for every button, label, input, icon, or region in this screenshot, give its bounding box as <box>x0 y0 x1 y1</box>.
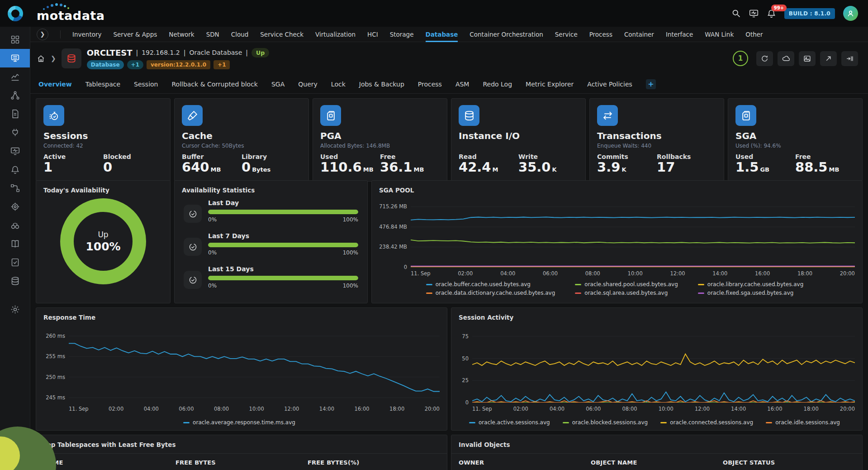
sidebar-item-discovery[interactable] <box>0 197 30 216</box>
top-header: motadata 99+ BUILD : 8.1.0 <box>30 0 868 27</box>
home-icon[interactable] <box>37 54 45 63</box>
sidebar-item-console[interactable] <box>0 142 30 160</box>
search-icon[interactable] <box>731 9 741 18</box>
tab-query[interactable]: Query <box>298 81 318 88</box>
notifications-bell-icon[interactable]: 99+ <box>767 9 776 18</box>
nav-item-cloud[interactable]: Cloud <box>231 27 249 42</box>
sidebar-item-flow[interactable] <box>0 179 30 197</box>
invalid-objects-table-panel: Invalid Objects OWNER OBJECT NAME OBJECT… <box>451 435 863 470</box>
metric-value: 110.6 <box>320 159 362 175</box>
sidebar-item-reports[interactable] <box>0 235 30 253</box>
nav-item-server-apps[interactable]: Server & Apps <box>113 27 157 42</box>
console-monitor-icon[interactable] <box>749 9 759 18</box>
card-title: Sessions <box>43 130 163 141</box>
tab-overview[interactable]: Overview <box>38 81 72 88</box>
card-subtitle <box>459 143 578 149</box>
nav-item-container-orchestration[interactable]: Container Orchestration <box>470 27 543 42</box>
nav-item-wan-link[interactable]: WAN Link <box>705 27 734 42</box>
tab-jobs-backup[interactable]: Jobs & Backup <box>359 81 404 88</box>
cloud-button[interactable] <box>778 51 794 66</box>
sidebar-item-integrations[interactable] <box>0 123 30 142</box>
bar-label: Last 7 Days <box>208 232 358 240</box>
sidebar-item-infrastructure[interactable] <box>0 49 30 67</box>
nav-item-hci[interactable]: HCI <box>367 27 378 42</box>
nav-item-process[interactable]: Process <box>589 27 612 42</box>
legend-item[interactable]: oracle.active.sessions.avg <box>469 419 550 426</box>
nav-item-database[interactable]: Database <box>426 27 458 42</box>
sidebar-item-documents[interactable] <box>0 105 30 123</box>
topology-icon <box>10 91 20 100</box>
clock-check-icon <box>184 238 202 256</box>
legend-item[interactable]: oracle.shared.pool.used.bytes.avg <box>575 281 678 288</box>
tab-metric-explorer[interactable]: Metric Explorer <box>526 81 574 88</box>
tab-process[interactable]: Process <box>418 81 442 88</box>
refresh-button[interactable] <box>756 51 773 66</box>
nav-item-network[interactable]: Network <box>169 27 194 42</box>
panel-title: Today's Availability <box>36 181 170 194</box>
panel-toggle-button[interactable] <box>841 51 858 66</box>
breadcrumb-chevron-icon: ❯ <box>51 55 56 62</box>
sidebar-item-metrics[interactable] <box>0 67 30 86</box>
sidebar-item-apps-grid[interactable] <box>0 30 30 49</box>
snapshot-button[interactable] <box>799 51 816 66</box>
motadata-logo-icon[interactable] <box>0 0 30 27</box>
nav-item-other[interactable]: Other <box>745 27 763 42</box>
legend-item[interactable]: oracle.sql.area.used.bytes.avg <box>575 290 678 296</box>
sidebar-item-topology[interactable] <box>0 86 30 105</box>
legend-item[interactable]: oracle.connected.sessions.avg <box>660 419 753 426</box>
sidebar-item-observe[interactable] <box>0 216 30 235</box>
legend-item[interactable]: oracle.average.response.time.ms.avg <box>183 419 295 426</box>
y-axis-label: 715.26 MB <box>379 203 407 210</box>
sidebar-item-settings[interactable] <box>0 300 30 319</box>
sidebar-item-database[interactable] <box>0 272 30 290</box>
add-tab-button[interactable]: + <box>646 79 656 89</box>
nav-item-interface[interactable]: Interface <box>666 27 693 42</box>
tab-asm[interactable]: ASM <box>455 81 470 88</box>
tag-more-count[interactable]: +1 <box>127 60 143 69</box>
legend-item[interactable]: oracle.data.dictionary.cache.used.bytes.… <box>426 290 555 296</box>
legend-item[interactable]: oracle.fixed.sga.used.bytes.avg <box>698 290 803 296</box>
tag-more-count[interactable]: +1 <box>213 60 230 69</box>
y-axis-label: 250 ms <box>46 374 65 380</box>
donut-center-value: 100% <box>85 240 120 253</box>
expand-button[interactable] <box>820 51 837 66</box>
transfer-icon <box>597 105 618 126</box>
user-avatar[interactable] <box>843 6 858 21</box>
nav-item-service[interactable]: Service <box>555 27 578 42</box>
active-alert-count[interactable]: 1 <box>733 51 748 66</box>
card-cache: Cache Cursor Cache: 50Bytes Buffer640MB … <box>174 98 309 182</box>
column-header: NAME <box>43 459 175 466</box>
nav-item-storage[interactable]: Storage <box>390 27 414 42</box>
todays-availability-panel: Today's Availability Up 100% <box>36 180 171 303</box>
tab-rollback[interactable]: Rollback & Corrupted block <box>171 81 257 88</box>
sidebar-item-alerts[interactable] <box>0 160 30 179</box>
tab-lock[interactable]: Lock <box>331 81 346 88</box>
bar-max-label: 100% <box>343 249 358 256</box>
nav-item-sdn[interactable]: SDN <box>206 27 219 42</box>
app-root: motadata 99+ BUILD : 8.1.0 ❯ Inventory S… <box>0 0 868 470</box>
nav-item-container[interactable]: Container <box>624 27 654 42</box>
logo-dots-decoration <box>43 4 75 10</box>
tab-session[interactable]: Session <box>134 81 158 88</box>
legend-item[interactable]: oracle.library.cache.used.bytes.avg <box>698 281 803 288</box>
legend-item[interactable]: oracle.idle.sessions.avg <box>766 419 840 426</box>
sidebar-item-compliance[interactable] <box>0 253 30 272</box>
nav-item-virtualization[interactable]: Virtualization <box>315 27 356 42</box>
metric-value: 17 <box>657 159 675 175</box>
x-axis-label: 14:00 <box>712 270 727 277</box>
tab-active-policies[interactable]: Active Policies <box>587 81 632 88</box>
tab-tablespace[interactable]: Tablespace <box>85 81 120 88</box>
legend-item[interactable]: oracle.blocked.sessions.avg <box>563 419 648 426</box>
tab-sga[interactable]: SGA <box>271 81 285 88</box>
tab-redo-log[interactable]: Redo Log <box>483 81 512 88</box>
metric-value: 0 <box>242 159 251 175</box>
x-axis-label: 14:00 <box>319 406 334 412</box>
legend-item[interactable]: oracle.buffer.cache.used.bytes.avg <box>426 281 555 288</box>
nav-item-service-check[interactable]: Service Check <box>260 27 304 42</box>
nav-expand-chevron-icon[interactable]: ❯ <box>37 29 48 40</box>
availability-bar-row: Last 15 Days 0%100% <box>184 265 358 289</box>
nav-item-inventory[interactable]: Inventory <box>72 27 101 42</box>
status-badge: Up <box>251 48 269 58</box>
tag-database[interactable]: Database <box>87 60 124 69</box>
tag-version[interactable]: version:12.2.0.1.0 <box>147 60 210 69</box>
